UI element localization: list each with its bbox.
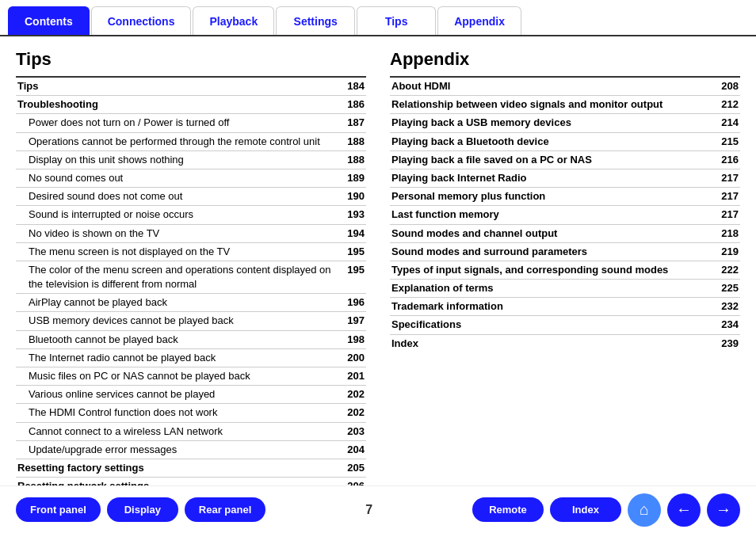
toc-page: 196: [344, 294, 366, 312]
toc-entry: USB memory devices cannot be played back: [16, 312, 344, 330]
tab-tips[interactable]: Tips: [357, 6, 436, 35]
table-row: Music files on PC or NAS cannot be playe…: [16, 367, 366, 386]
toc-entry: Sound modes and channel output: [390, 224, 715, 242]
toc-page: 195: [344, 242, 366, 261]
toc-entry: Trademark information: [390, 298, 715, 316]
tab-settings[interactable]: Settings: [276, 6, 355, 35]
toc-page: 190: [344, 188, 366, 206]
toc-page: 200: [344, 348, 366, 367]
table-row: Trademark information232: [390, 298, 740, 316]
home-icon-button[interactable]: ⌂: [628, 493, 661, 527]
toc-entry: Sound is interrupted or noise occurs: [16, 206, 344, 224]
toc-entry: Sound modes and surround parameters: [390, 242, 715, 261]
table-row: Playing back Internet Radio217: [390, 169, 740, 187]
toc-entry: Display on this unit shows nothing: [16, 150, 344, 169]
table-row: About HDMI208: [390, 77, 740, 96]
toc-page: 188: [344, 132, 366, 150]
toc-entry: The HDMI Control function does not work: [16, 404, 344, 422]
toc-entry: Music files on PC or NAS cannot be playe…: [16, 367, 344, 386]
toc-page: 217: [715, 188, 740, 206]
table-row: The menu screen is not displayed on the …: [16, 242, 366, 261]
table-row: Desired sound does not come out190: [16, 188, 366, 206]
toc-entry: Last function memory: [390, 206, 715, 224]
toc-entry: Playing back a USB memory devices: [390, 114, 715, 132]
toc-page: 203: [344, 422, 366, 440]
table-row: Personal memory plus function217: [390, 188, 740, 206]
table-row: Sound modes and channel output218: [390, 224, 740, 242]
toc-entry: Playing back a file saved on a PC or NAS: [390, 150, 715, 169]
bottom-left-buttons: Front panel Display Rear panel: [16, 497, 265, 522]
table-row: Playing back a USB memory devices214: [390, 114, 740, 132]
table-row: No sound comes out189: [16, 169, 366, 187]
toc-entry: Types of input signals, and correspondin…: [390, 261, 715, 279]
toc-entry: AirPlay cannot be played back: [16, 294, 344, 312]
forward-icon-button[interactable]: →: [707, 493, 740, 527]
toc-page: 204: [344, 440, 366, 459]
toc-page: 234: [715, 316, 740, 334]
display-button[interactable]: Display: [107, 497, 178, 522]
table-row: Index239: [390, 334, 740, 352]
toc-entry: Explanation of terms: [390, 280, 715, 298]
toc-entry: The menu screen is not displayed on the …: [16, 242, 344, 261]
bottom-right-buttons: Remote Index ⌂ ← →: [472, 493, 740, 527]
toc-entry: Bluetooth cannot be played back: [16, 330, 344, 348]
toc-page: 212: [715, 96, 740, 114]
front-panel-button[interactable]: Front panel: [16, 497, 101, 522]
toc-page: 184: [344, 77, 366, 96]
toc-page: 193: [344, 206, 366, 224]
table-row: Resetting factory settings205: [16, 459, 366, 477]
toc-page: 186: [344, 96, 366, 114]
rear-panel-button[interactable]: Rear panel: [185, 497, 265, 522]
toc-entry: The color of the menu screen and operati…: [16, 261, 344, 293]
top-navigation: Contents Connections Playback Settings T…: [0, 0, 756, 36]
toc-page: 202: [344, 404, 366, 422]
table-row: USB memory devices cannot be played back…: [16, 312, 366, 330]
table-row: The Internet radio cannot be played back…: [16, 348, 366, 367]
toc-page: 194: [344, 224, 366, 242]
toc-page: 216: [715, 150, 740, 169]
toc-entry: Cannot connect to a wireless LAN network: [16, 422, 344, 440]
table-row: Explanation of terms225: [390, 280, 740, 298]
toc-entry: No sound comes out: [16, 169, 344, 187]
toc-entry: Personal memory plus function: [390, 188, 715, 206]
toc-page: 187: [344, 114, 366, 132]
table-row: AirPlay cannot be played back196: [16, 294, 366, 312]
toc-page: 195: [344, 261, 366, 293]
table-row: Various online services cannot be played…: [16, 386, 366, 404]
back-icon-button[interactable]: ←: [667, 493, 701, 527]
tips-title: Tips: [16, 49, 366, 70]
tips-section: Tips Tips184Troubleshooting186Power does…: [16, 49, 366, 514]
table-row: Types of input signals, and correspondin…: [390, 261, 740, 279]
table-row: No video is shown on the TV194: [16, 224, 366, 242]
tab-appendix[interactable]: Appendix: [437, 6, 521, 35]
table-row: Tips184: [16, 77, 366, 96]
toc-entry: Playing back a Bluetooth device: [390, 132, 715, 150]
toc-page: 232: [715, 298, 740, 316]
tab-playback[interactable]: Playback: [193, 6, 274, 35]
table-row: The color of the menu screen and operati…: [16, 261, 366, 293]
main-content: Tips Tips184Troubleshooting186Power does…: [0, 36, 756, 527]
toc-page: 225: [715, 280, 740, 298]
toc-entry: Specifications: [390, 316, 715, 334]
toc-page: 197: [344, 312, 366, 330]
table-row: The HDMI Control function does not work2…: [16, 404, 366, 422]
tab-contents[interactable]: Contents: [8, 6, 90, 35]
remote-button[interactable]: Remote: [472, 497, 544, 522]
toc-entry: Update/upgrade error messages: [16, 440, 344, 459]
page-number: 7: [365, 503, 372, 517]
toc-page: 218: [715, 224, 740, 242]
table-row: Bluetooth cannot be played back198: [16, 330, 366, 348]
table-row: Sound modes and surround parameters219: [390, 242, 740, 261]
index-button[interactable]: Index: [550, 497, 621, 522]
toc-entry: Desired sound does not come out: [16, 188, 344, 206]
toc-page: 217: [715, 206, 740, 224]
toc-page: 208: [715, 77, 740, 96]
appendix-section: Appendix About HDMI208Relationship betwe…: [390, 49, 740, 514]
toc-page: 188: [344, 150, 366, 169]
table-row: Display on this unit shows nothing188: [16, 150, 366, 169]
toc-page: 214: [715, 114, 740, 132]
tab-connections[interactable]: Connections: [91, 6, 192, 35]
toc-entry: Troubleshooting: [16, 96, 344, 114]
toc-page: 222: [715, 261, 740, 279]
table-row: Operations cannot be performed through t…: [16, 132, 366, 150]
